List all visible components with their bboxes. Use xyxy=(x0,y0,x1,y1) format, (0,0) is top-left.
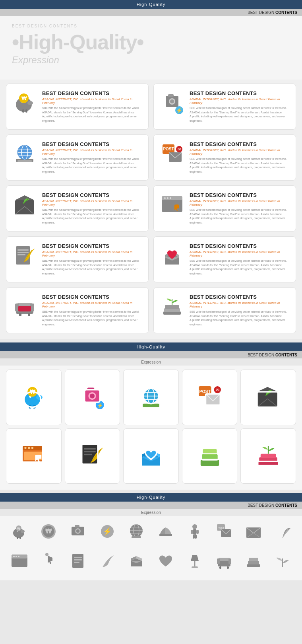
svg-rect-140 xyxy=(159,534,172,536)
svg-rect-38 xyxy=(17,252,29,253)
gray-feather-icon xyxy=(94,549,121,572)
section3-sub-bar: BEST DESIGN CONTENTS xyxy=(0,502,302,509)
svg-rect-161 xyxy=(74,557,82,558)
card-post-letter: POST ✉ BEST DESIGN CONTENTS ASADAL INTER… xyxy=(153,134,296,181)
section2-header-bar: High-Quality xyxy=(0,342,302,351)
card-document-text: SBE with the fundamentalgoal of providin… xyxy=(42,259,143,276)
svg-point-157 xyxy=(15,556,17,557)
globe-book-icon xyxy=(12,141,37,167)
svg-marker-27 xyxy=(15,195,34,200)
card-browser-subtitle: ASADAL INTERNET, INC. started its busine… xyxy=(190,199,290,206)
card-piggy-text: SBE with the fundamentalgoal of providin… xyxy=(42,106,143,123)
hero-watermark: BEST DESIGN CONTENTS xyxy=(12,24,77,28)
svg-rect-50 xyxy=(28,313,30,316)
card-heart-title: BEST DESIGN CONTENTS xyxy=(190,243,290,249)
card-sprout-subtitle: ASADAL INTERNET, INC. started its busine… xyxy=(190,301,290,308)
gray-grid-row1: ₩ ₩ xyxy=(6,520,296,543)
gray-coin-icon: ₩ xyxy=(35,520,62,543)
svg-rect-37 xyxy=(17,249,29,251)
document-feather-icon xyxy=(12,243,37,268)
card-heart-text: SBE with the fundamentalgoal of providin… xyxy=(190,259,290,276)
card-document-content: BEST DESIGN CONTENTS ASADAL INTERNET, IN… xyxy=(42,243,143,276)
browser-cursor-icon xyxy=(159,192,185,218)
gray-leaf-icon xyxy=(269,520,296,543)
gray-chair-icon xyxy=(211,549,238,572)
svg-text:✉: ✉ xyxy=(178,147,181,152)
svg-rect-128 xyxy=(75,525,79,527)
card-printer-title: BEST DESIGN CONTENTS xyxy=(42,294,143,300)
sticker-camera: ⚡ xyxy=(65,370,120,425)
card-camera-flash: ⚡ BEST DESIGN CONTENTS ASADAL INTERNET, … xyxy=(153,84,296,130)
svg-rect-179 xyxy=(249,558,258,561)
svg-point-92 xyxy=(24,447,26,449)
svg-text:⚡: ⚡ xyxy=(176,107,183,114)
gray-cursor-icon xyxy=(35,549,62,572)
svg-text:₩: ₩ xyxy=(21,95,27,101)
svg-rect-145 xyxy=(193,535,195,539)
svg-rect-142 xyxy=(193,529,196,535)
section1-header-title: High-Quality xyxy=(137,2,166,7)
gray-heart-icon xyxy=(152,549,179,572)
svg-rect-175 xyxy=(219,566,221,569)
card-document-feather: BEST DESIGN CONTENTS ASADAL INTERNET, IN… xyxy=(6,236,149,282)
hero-title: •High-Quality• xyxy=(12,32,290,53)
svg-rect-14 xyxy=(17,160,32,162)
card-document-title: BEST DESIGN CONTENTS xyxy=(42,243,143,249)
svg-point-33 xyxy=(164,197,166,199)
sticker-stacked-boxes xyxy=(182,428,238,484)
sprout-books-icon xyxy=(159,294,185,319)
gray-stack-icon xyxy=(240,549,267,572)
svg-point-34 xyxy=(167,197,168,199)
sticker-grid-row2 xyxy=(6,428,296,484)
card-browser-content: BEST DESIGN CONTENTS ASADAL INTERNET, IN… xyxy=(190,192,290,225)
card-printer-content: BEST DESIGN CONTENTS ASADAL INTERNET, IN… xyxy=(42,294,143,327)
svg-point-130 xyxy=(76,529,79,533)
svg-text:POST: POST xyxy=(218,527,225,529)
section3-header-bar: High-Quality xyxy=(0,493,302,502)
svg-rect-138 xyxy=(132,536,141,538)
section-3: High-Quality BEST DESIGN CONTENTS Expres… xyxy=(0,493,302,580)
svg-text:⚡: ⚡ xyxy=(103,527,112,536)
svg-text:✉: ✉ xyxy=(215,387,219,392)
svg-rect-177 xyxy=(247,564,260,567)
svg-rect-54 xyxy=(165,305,179,309)
card-heart-subtitle: ASADAL INTERNET, INC. started its busine… xyxy=(190,250,290,257)
card-post-content: BEST DESIGN CONTENTS ASADAL INTERNET, IN… xyxy=(190,141,290,174)
cards-grid: ₩ BEST DESIGN CONTENTS ASADAL INTERNET, … xyxy=(6,84,296,333)
post-letter-icon: POST ✉ xyxy=(159,141,185,167)
svg-text:POST: POST xyxy=(199,389,211,393)
svg-point-158 xyxy=(18,556,19,557)
section1-best-design-label: BEST DESIGN CONTENTS xyxy=(248,10,297,15)
card-globe-book: BEST DESIGN CONTENTS ASADAL INTERNET, IN… xyxy=(6,134,149,181)
card-camera-title: BEST DESIGN CONTENTS xyxy=(190,90,290,96)
gray-box-icon xyxy=(123,549,150,572)
gray-document-icon xyxy=(64,549,91,572)
section3-best-design-label: BEST DESIGN CONTENTS xyxy=(248,503,297,508)
sticker-envelope-leaf xyxy=(240,370,296,425)
svg-text:₩: ₩ xyxy=(45,528,52,535)
section3-header-title: High-Quality xyxy=(137,495,166,500)
svg-point-141 xyxy=(192,524,197,529)
card-post-title: BEST DESIGN CONTENTS xyxy=(190,141,290,147)
hero-subtitle: Expression xyxy=(12,54,290,66)
gray-piggy-icon: ₩ xyxy=(6,520,33,543)
svg-rect-172 xyxy=(219,558,230,561)
section-2: High-Quality BEST DESIGN CONTENTS Expres… xyxy=(0,342,302,490)
section1-sub-bar: BEST DESIGN CONTENTS xyxy=(0,9,302,16)
svg-line-164 xyxy=(103,557,112,567)
gray-lightning-icon: ⚡ xyxy=(94,520,121,543)
gray-book-icon xyxy=(152,520,179,543)
section3-expression: Expression xyxy=(141,510,161,515)
svg-rect-143 xyxy=(191,530,193,534)
card-sprout-books: BEST DESIGN CONTENTS ASADAL INTERNET, IN… xyxy=(153,287,296,333)
svg-point-1 xyxy=(27,101,33,105)
svg-point-93 xyxy=(28,447,30,449)
card-printer-text: SBE with the fundamentalgoal of providin… xyxy=(42,310,143,327)
section1-header-bar: High-Quality xyxy=(0,0,302,9)
svg-point-10 xyxy=(170,99,174,103)
svg-rect-114 xyxy=(261,454,276,458)
sticker-books-sprout xyxy=(240,428,296,484)
svg-rect-49 xyxy=(19,313,21,316)
cards-section: ₩ BEST DESIGN CONTENTS ASADAL INTERNET, … xyxy=(0,80,302,339)
svg-point-118 xyxy=(21,530,25,533)
